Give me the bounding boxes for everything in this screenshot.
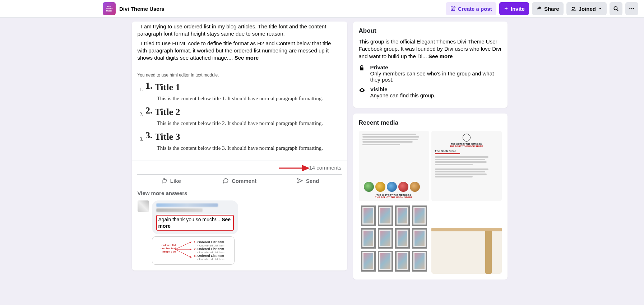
svg-point-1 <box>574 7 575 8</box>
privacy-sub: Only members can see who's in the group … <box>370 70 502 83</box>
joined-button[interactable]: Joined <box>566 2 607 15</box>
comment-text: Again thank you so much!... See more <box>158 217 231 229</box>
sample-list-body: This is the content below title 2. It sh… <box>157 120 342 126</box>
annotation-highlight: Again thank you so much!... See more <box>156 215 234 231</box>
attachment-note: You need to use html editor in text modu… <box>138 73 342 78</box>
chevron-down-icon <box>598 6 602 11</box>
privacy-row: Private Only members can see who's in th… <box>359 64 502 83</box>
sample-list-item: 2.2.Title 2 <box>138 107 342 117</box>
search-button[interactable] <box>610 2 622 15</box>
privacy-title: Private <box>370 64 502 70</box>
dots-icon <box>629 5 635 12</box>
post-paragraph-1: I am trying to use ordered list in my bl… <box>138 23 342 38</box>
create-post-button[interactable]: Create a post <box>446 2 496 15</box>
about-see-more[interactable]: See more <box>428 53 453 59</box>
recent-media-card: Recent media THE HISTORY THE METHODSTHE … <box>353 114 508 279</box>
about-text: This group is the official Elegant Theme… <box>359 38 502 60</box>
send-button[interactable]: Send <box>274 175 342 187</box>
svg-point-10 <box>361 89 362 91</box>
post-attachment[interactable]: You need to use html editor in text modu… <box>132 68 347 161</box>
post-card: I am trying to use ordered list in my bl… <box>132 22 347 271</box>
share-button[interactable]: Share <box>532 2 564 15</box>
create-post-label: Create a post <box>458 6 492 12</box>
invite-label: Invite <box>511 6 525 12</box>
sample-list-body: This is the content below title 1. It sh… <box>157 96 342 102</box>
visibility-row: Visible Anyone can find this group. <box>359 86 502 98</box>
comment-icon <box>222 177 229 184</box>
commenter-avatar[interactable] <box>138 200 149 212</box>
comment-attachment[interactable]: ordered list number text height : 26 1. … <box>152 236 235 265</box>
joined-label: Joined <box>579 6 596 12</box>
group-title[interactable]: Divi Theme Users <box>119 6 165 12</box>
top-bar: DiviThemeUsers Divi Theme Users Create a… <box>0 0 644 18</box>
svg-point-4 <box>631 8 633 9</box>
media-thumbnail[interactable]: THE HISTORY THE METHODS THE POLICY THE B… <box>431 131 502 201</box>
visibility-title: Visible <box>370 86 436 92</box>
visibility-sub: Anyone can find this group. <box>370 92 436 98</box>
lock-icon <box>359 65 366 71</box>
comment-bubble[interactable]: Again thank you so much!... See more <box>152 200 238 234</box>
comments-count[interactable]: 14 comments <box>309 165 341 171</box>
comment-label: Comment <box>232 178 256 184</box>
media-thumbnail[interactable] <box>431 203 502 274</box>
recent-media-heading: Recent media <box>359 119 502 126</box>
more-button[interactable] <box>625 2 638 15</box>
group-icon <box>571 6 576 11</box>
compose-icon <box>450 6 456 11</box>
media-thumbnail[interactable]: THE HISTORY THE METHODSTHE POLICY THE BO… <box>359 131 429 201</box>
eye-icon <box>359 87 366 93</box>
svg-point-0 <box>572 7 574 8</box>
diagram-label: ordered list number text height : 26 <box>154 244 176 253</box>
comment-item: Again thank you so much!... See more ord… <box>132 199 347 271</box>
view-more-answers[interactable]: View more answers <box>132 187 347 199</box>
comment-button[interactable]: Comment <box>205 175 274 187</box>
post-action-bar: Like Comment Send <box>137 174 342 187</box>
group-avatar[interactable]: DiviThemeUsers <box>103 2 116 15</box>
media-thumbnail[interactable] <box>359 203 429 274</box>
like-button[interactable]: Like <box>137 175 205 187</box>
sample-list-item: 3.3.Title 3 <box>138 131 342 142</box>
share-icon <box>536 6 542 11</box>
plus-icon <box>504 6 509 11</box>
like-label: Like <box>170 178 181 184</box>
comments-summary-row: 14 comments <box>132 161 347 174</box>
svg-point-3 <box>629 8 630 9</box>
svg-line-7 <box>175 242 191 249</box>
about-card: About This group is the official Elegant… <box>353 22 508 108</box>
search-icon <box>613 5 619 12</box>
svg-line-9 <box>175 249 191 258</box>
about-heading: About <box>359 27 502 34</box>
share-label: Share <box>544 6 559 12</box>
sample-list-body: This is the content below title 3. It sh… <box>157 145 342 151</box>
svg-point-2 <box>614 6 617 10</box>
svg-point-5 <box>633 8 634 9</box>
like-icon <box>161 177 167 184</box>
post-see-more[interactable]: See more <box>235 55 259 61</box>
send-label: Send <box>306 178 319 184</box>
send-icon <box>297 177 303 184</box>
annotation-arrow <box>279 165 311 171</box>
sample-list-item: 1.1.Title 1 <box>138 82 342 93</box>
invite-button[interactable]: Invite <box>499 2 529 15</box>
post-paragraph-2: I tried to use HTML code to define title… <box>138 40 342 62</box>
diagram-arrows <box>175 240 193 265</box>
